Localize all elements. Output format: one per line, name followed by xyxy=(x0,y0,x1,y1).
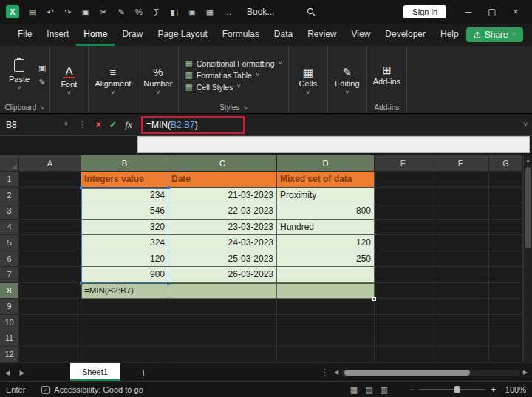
cell-B8[interactable]: =MIN(B2:B7) xyxy=(81,283,168,299)
cell-D4[interactable]: Hundred xyxy=(277,220,375,236)
table-icon[interactable]: ▦ xyxy=(201,7,219,17)
cell-D12[interactable] xyxy=(277,347,375,363)
cell-A9[interactable] xyxy=(19,299,81,315)
row-header-4[interactable]: 4 xyxy=(0,220,19,236)
cell-F1[interactable] xyxy=(432,172,489,188)
cut-icon[interactable]: ✂ xyxy=(95,7,112,17)
search-icon[interactable] xyxy=(307,7,316,16)
cell-G2[interactable] xyxy=(489,188,523,204)
copy-icon[interactable]: ▣ xyxy=(77,7,95,17)
row-header-12[interactable]: 12 xyxy=(0,347,19,363)
cell-F5[interactable] xyxy=(432,235,489,251)
cell-A3[interactable] xyxy=(19,203,81,220)
cell-F9[interactable] xyxy=(432,299,489,315)
cell-B3[interactable]: 546 xyxy=(81,203,168,220)
cell-B1[interactable]: Integers value xyxy=(81,172,168,188)
scroll-up-icon[interactable]: ▲ xyxy=(524,155,532,163)
editing-button[interactable]: ✎ Editing ˅ xyxy=(331,65,364,98)
formula-enter-button[interactable]: ✓ xyxy=(106,119,120,130)
cell-E10[interactable] xyxy=(375,315,432,331)
cell-B7[interactable]: 900 xyxy=(81,267,168,283)
cell-F8[interactable] xyxy=(432,283,489,299)
share-button[interactable]: Share ˅ xyxy=(466,27,523,42)
format-painter-icon[interactable]: ✎ xyxy=(112,7,130,17)
copy-icon[interactable]: ▣ xyxy=(38,64,46,73)
ribbon-tab-help[interactable]: Help xyxy=(433,24,466,46)
camera-icon[interactable]: ◉ xyxy=(183,7,201,17)
sheet-nav-left-icon[interactable]: ◀ xyxy=(0,369,15,376)
cell-C9[interactable] xyxy=(168,299,277,315)
cell-D2[interactable]: Proximity xyxy=(277,188,375,204)
horizontal-scrollbar-track[interactable] xyxy=(341,370,520,376)
cell-A1[interactable] xyxy=(19,172,81,188)
cell-E12[interactable] xyxy=(375,347,432,363)
dialog-launcher-icon[interactable]: ↘ xyxy=(242,104,248,111)
column-header-e[interactable]: E xyxy=(375,155,432,172)
scroll-left-icon[interactable]: ◀ xyxy=(334,369,338,376)
ribbon-tab-formulas[interactable]: Formulas xyxy=(215,24,267,46)
autosum-icon[interactable]: ∑ xyxy=(148,7,166,16)
column-header-a[interactable]: A xyxy=(19,155,81,172)
cell-G4[interactable] xyxy=(489,220,523,236)
zoom-slider[interactable] xyxy=(419,389,485,390)
cell-G5[interactable] xyxy=(489,235,523,251)
name-box[interactable]: B8 ˅ xyxy=(0,120,74,130)
row-header-2[interactable]: 2 xyxy=(0,188,19,204)
cell-B2[interactable]: 234 xyxy=(81,188,168,204)
zoom-level[interactable]: 100% xyxy=(501,385,526,394)
ribbon-tab-developer[interactable]: Developer xyxy=(378,24,433,46)
normal-view-icon[interactable]: ▦ xyxy=(350,385,358,395)
zoom-slider-thumb[interactable] xyxy=(454,386,460,393)
cell-A8[interactable] xyxy=(19,283,81,299)
cell-B4[interactable]: 320 xyxy=(81,220,168,236)
cell-D10[interactable] xyxy=(277,315,375,331)
cell-D1[interactable]: Mixed set of data xyxy=(277,172,375,188)
sign-in-button[interactable]: Sign in xyxy=(403,5,446,18)
vertical-scrollbar[interactable]: ▲ xyxy=(523,155,532,362)
cell-G8[interactable] xyxy=(489,283,523,299)
ribbon-tab-view[interactable]: View xyxy=(344,24,378,46)
cell-F6[interactable] xyxy=(432,251,489,268)
row-header-9[interactable]: 9 xyxy=(0,299,19,315)
cell-C5[interactable]: 24-03-2023 xyxy=(168,235,277,251)
tabbar-overflow-icon[interactable]: ⋮ xyxy=(321,367,329,377)
add-sheet-button[interactable]: + xyxy=(140,367,146,379)
cell-A2[interactable] xyxy=(19,188,81,204)
cell-F3[interactable] xyxy=(432,203,489,220)
cell-E8[interactable] xyxy=(375,283,432,299)
page-layout-view-icon[interactable]: ▤ xyxy=(365,385,372,395)
cell-D7[interactable] xyxy=(277,267,375,283)
sheet-nav-right-icon[interactable]: ▶ xyxy=(15,369,30,376)
minimize-button[interactable]: ─ xyxy=(457,7,480,17)
cell-A10[interactable] xyxy=(19,315,81,331)
number-button[interactable]: % Number ˅ xyxy=(140,65,175,98)
row-header-3[interactable]: 3 xyxy=(0,203,19,220)
close-button[interactable]: × xyxy=(504,7,528,17)
cell-C7[interactable]: 26-03-2023 xyxy=(168,267,277,283)
cell-E4[interactable] xyxy=(375,220,432,236)
cell-C1[interactable]: Date xyxy=(168,172,277,188)
row-header-6[interactable]: 6 xyxy=(0,251,19,268)
cell-F12[interactable] xyxy=(432,347,489,363)
excel-logo-icon[interactable]: X xyxy=(6,5,19,18)
zoom-in-button[interactable]: + xyxy=(491,384,496,395)
cell-styles-button[interactable]: ▦Cell Styles˅ xyxy=(185,82,282,92)
paste-button[interactable]: Paste ˅ xyxy=(3,58,35,93)
row-header-10[interactable]: 10 xyxy=(0,315,19,331)
cell-B12[interactable] xyxy=(81,347,168,363)
cell-F10[interactable] xyxy=(432,315,489,331)
cell-E3[interactable] xyxy=(375,203,432,220)
cell-G3[interactable] xyxy=(489,203,523,220)
ribbon-tab-insert[interactable]: Insert xyxy=(39,24,76,46)
undo-icon[interactable]: ↶ xyxy=(41,7,59,17)
cell-E11[interactable] xyxy=(375,330,432,347)
vertical-scrollbar-thumb[interactable] xyxy=(525,167,531,248)
ribbon-tab-file[interactable]: File xyxy=(10,24,39,46)
cell-F2[interactable] xyxy=(432,188,489,204)
column-header-c[interactable]: C xyxy=(168,155,277,172)
cell-E9[interactable] xyxy=(375,299,432,315)
cell-G9[interactable] xyxy=(489,299,523,315)
more-commands-icon[interactable]: … xyxy=(219,7,236,16)
insert-function-button[interactable]: fx xyxy=(120,119,137,131)
cell-D5[interactable]: 120 xyxy=(277,235,375,251)
